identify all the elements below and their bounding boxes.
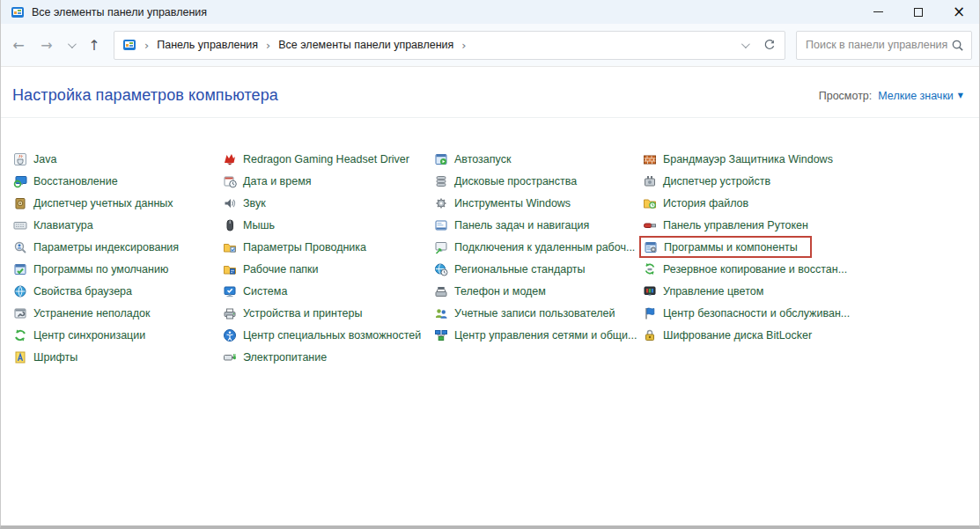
devices-printers-icon xyxy=(223,306,237,320)
control-panel-item[interactable]: Телефон и модем xyxy=(434,280,643,302)
control-panel-item[interactable]: История файлов xyxy=(643,192,960,214)
region-icon xyxy=(434,262,448,276)
control-panel-item[interactable]: Электропитание xyxy=(223,346,434,368)
item-label: Устранение неполадок xyxy=(33,307,150,320)
view-mode-dropdown[interactable]: Мелкие значки ▼ xyxy=(878,90,963,102)
breadcrumb-separator: › xyxy=(143,39,151,52)
maximize-button[interactable] xyxy=(898,0,939,24)
up-button[interactable]: ↑ xyxy=(82,33,107,57)
control-panel-item[interactable]: Панель управления Рутокен xyxy=(643,214,960,236)
storage-spaces-icon xyxy=(434,174,448,188)
item-label: Программы и компоненты xyxy=(664,241,798,253)
rutoken-icon xyxy=(643,218,657,232)
item-label: Дисковые пространства xyxy=(454,175,577,187)
item-label: Рабочие папки xyxy=(243,263,319,276)
item-label: Центр синхронизации xyxy=(33,329,145,342)
item-label: Клавиатура xyxy=(33,219,93,231)
control-panel-window: Все элементы панели управления × ← → ↑ ›… xyxy=(0,0,980,529)
control-panel-item[interactable]: Резервное копирование и восстан... xyxy=(643,258,960,280)
firewall-icon xyxy=(643,152,657,166)
item-label: Брандмауэр Защитника Windows xyxy=(663,153,833,165)
control-panel-app-icon xyxy=(11,5,25,19)
item-label: Электропитание xyxy=(243,351,327,364)
backup-restore-icon xyxy=(643,262,657,276)
control-panel-item[interactable]: Брандмауэр Защитника Windows xyxy=(643,148,960,170)
control-panel-item[interactable]: Звук xyxy=(223,192,434,214)
keyboard-icon xyxy=(13,218,27,232)
redragon-icon xyxy=(223,152,237,166)
control-panel-item[interactable]: Восстановление xyxy=(13,170,223,192)
control-panel-item[interactable]: Инструменты Windows xyxy=(434,192,643,214)
network-center-icon xyxy=(434,328,448,342)
breadcrumb-separator: › xyxy=(460,39,468,52)
item-label: Подключения к удаленным рабоч... xyxy=(454,241,635,253)
control-panel-item[interactable]: Управление цветом xyxy=(643,280,960,302)
search-box[interactable] xyxy=(796,31,972,60)
close-icon: × xyxy=(953,4,965,19)
control-panel-item[interactable]: Региональные стандарты xyxy=(434,258,643,280)
control-panel-item[interactable]: Подключения к удаленным рабоч... xyxy=(434,236,643,258)
grid-column-2: Redragon Gaming Headset DriverДата и вре… xyxy=(223,148,434,368)
user-accounts-icon xyxy=(434,306,448,320)
address-dropdown-icon[interactable] xyxy=(741,40,750,48)
control-panel-item[interactable]: Центр безопасности и обслуживан... xyxy=(643,302,960,324)
control-panel-item[interactable]: Redragon Gaming Headset Driver xyxy=(223,148,434,170)
control-panel-item[interactable]: Центр управления сетями и общи... xyxy=(434,324,643,346)
control-panel-item[interactable]: Панель задач и навигация xyxy=(434,214,643,236)
control-panel-icon xyxy=(122,38,136,52)
control-panel-item[interactable]: Java xyxy=(13,148,223,170)
forward-button[interactable]: → xyxy=(34,33,59,57)
toolbar: ← → ↑ › Панель управления › Все элементы… xyxy=(1,24,979,67)
default-programs-icon xyxy=(13,262,27,276)
item-label: Телефон и модем xyxy=(454,285,546,298)
control-panel-item[interactable]: Диспетчер учетных данных xyxy=(13,192,223,214)
item-label: Региональные стандарты xyxy=(454,263,586,276)
page-header: Настройка параметров компьютера Просмотр… xyxy=(1,67,979,118)
refresh-icon[interactable] xyxy=(763,38,777,52)
control-panel-item[interactable]: Центр синхронизации xyxy=(13,324,223,346)
item-label: Параметры индексирования xyxy=(33,241,179,253)
control-panel-item[interactable]: Клавиатура xyxy=(13,214,223,236)
control-panel-item[interactable]: Программы по умолчанию xyxy=(13,258,223,280)
page-title: Настройка параметров компьютера xyxy=(12,86,278,105)
control-panel-item[interactable]: Дата и время xyxy=(223,170,434,192)
address-bar[interactable]: › Панель управления › Все элементы панел… xyxy=(114,31,785,60)
power-options-icon xyxy=(223,350,237,364)
breadcrumb-item-all-items[interactable]: Все элементы панели управления xyxy=(278,39,453,51)
date-time-icon xyxy=(223,174,237,188)
search-input[interactable] xyxy=(806,39,951,51)
item-label: Восстановление xyxy=(33,175,118,187)
item-label: Инструменты Windows xyxy=(454,197,571,209)
item-label: Резервное копирование и восстан... xyxy=(663,263,847,276)
control-panel-item[interactable]: Шифрование диска BitLocker xyxy=(643,324,960,346)
autoplay-icon xyxy=(434,152,448,166)
minimize-button[interactable] xyxy=(858,0,898,24)
control-panel-item[interactable]: Система xyxy=(223,280,434,302)
back-button[interactable]: ← xyxy=(6,33,31,57)
control-panel-item[interactable]: Свойства браузера xyxy=(13,280,223,302)
up-icon: ↑ xyxy=(88,37,99,54)
close-button[interactable]: × xyxy=(939,0,979,24)
java-icon xyxy=(13,152,27,166)
control-panel-item[interactable]: Дисковые пространства xyxy=(434,170,643,192)
control-panel-item[interactable]: Параметры Проводника xyxy=(223,236,434,258)
control-panel-item[interactable]: Устройства и принтеры xyxy=(223,302,434,324)
control-panel-item[interactable]: Устранение неполадок xyxy=(13,302,223,324)
ease-of-access-icon xyxy=(223,328,237,342)
control-panel-item[interactable]: Параметры индексирования xyxy=(13,236,223,258)
security-center-icon xyxy=(643,306,657,320)
recent-locations-button[interactable] xyxy=(63,33,78,57)
control-panel-item[interactable]: Учетные записи пользователей xyxy=(434,302,643,324)
control-panel-item[interactable]: Автозапуск xyxy=(434,148,643,170)
control-panel-item[interactable]: Диспетчер устройств xyxy=(643,170,960,192)
control-panel-item[interactable]: Программы и компоненты xyxy=(639,236,812,258)
control-panel-item[interactable]: Центр специальных возможностей xyxy=(223,324,434,346)
control-panel-item[interactable]: Рабочие папки xyxy=(223,258,434,280)
breadcrumb-item-control-panel[interactable]: Панель управления xyxy=(157,39,258,51)
item-label: Система xyxy=(243,285,287,298)
control-panel-item[interactable]: Мышь xyxy=(223,214,434,236)
control-panel-item[interactable]: Шрифты xyxy=(13,346,223,368)
item-label: Автозапуск xyxy=(454,153,511,165)
color-management-icon xyxy=(643,284,657,298)
minimize-icon xyxy=(873,11,883,12)
